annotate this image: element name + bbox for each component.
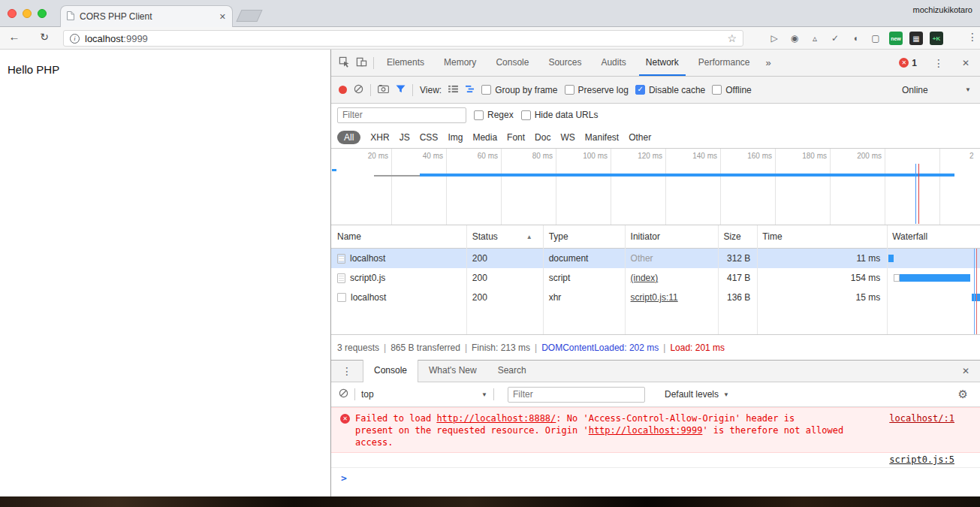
offline-checkbox[interactable]: Offline [712, 85, 751, 95]
clear-network-log-icon[interactable] [354, 84, 363, 96]
device-toolbar-icon[interactable] [356, 56, 367, 70]
timeline-tick: 40 ms [423, 152, 443, 160]
shortcut-extension-icon[interactable]: +K [930, 32, 943, 45]
site-info-icon[interactable]: i [70, 34, 80, 44]
tab-search[interactable]: Search [487, 360, 537, 382]
column-header-waterfall[interactable]: Waterfall [886, 225, 980, 248]
filter-media[interactable]: Media [472, 132, 497, 143]
filter-img[interactable]: Img [448, 132, 463, 143]
filter-other[interactable]: Other [629, 132, 651, 143]
console-toolbar: top ▼ Default levels ▼ ⚙ [331, 382, 980, 407]
console-log-row: script0.js:5 [331, 453, 980, 468]
tab-console[interactable]: Console [489, 50, 535, 76]
refresh-icon[interactable]: ↻ [36, 31, 53, 43]
chevron-down-icon: ▼ [723, 391, 729, 398]
tab-audits[interactable]: Audits [594, 50, 632, 76]
network-filter-input[interactable] [337, 107, 466, 123]
table-row[interactable]: script0.js 200 script (index) 417 B 154 … [331, 268, 980, 288]
filter-font[interactable]: Font [507, 132, 525, 143]
group-by-frame-checkbox[interactable]: Group by frame [481, 85, 557, 95]
request-size: 417 B [717, 268, 756, 288]
filter-xhr[interactable]: XHR [370, 132, 389, 143]
close-window-button[interactable] [8, 9, 17, 18]
initiator-link[interactable]: (index) [631, 273, 659, 283]
hide-data-urls-checkbox[interactable]: Hide data URLs [521, 110, 599, 120]
regex-checkbox[interactable]: Regex [474, 110, 514, 120]
qr-extension-icon[interactable]: ▦ [909, 32, 923, 45]
browser-tab[interactable]: CORS PHP Client ✕ [60, 5, 233, 27]
url-bar[interactable]: i localhost :9999 ☆ [63, 30, 743, 47]
minimize-window-button[interactable] [23, 9, 32, 18]
column-header-initiator[interactable]: Initiator [625, 225, 718, 248]
column-header-name[interactable]: Name [331, 225, 466, 248]
drawer-menu-icon[interactable]: ⋮ [331, 365, 363, 377]
tab-close-icon[interactable]: ✕ [219, 12, 226, 22]
zoom-window-button[interactable] [38, 9, 47, 18]
devtools-close-icon[interactable]: ✕ [962, 58, 969, 68]
filter-js[interactable]: JS [400, 132, 410, 143]
load-time: Load: 201 ms [670, 343, 725, 353]
tab-title: CORS PHP Client [80, 11, 219, 22]
column-header-size[interactable]: Size [717, 225, 756, 248]
initiator-link[interactable]: script0.js:11 [631, 292, 678, 303]
log-source-link[interactable]: script0.js:5 [889, 454, 954, 465]
log-levels-select[interactable]: Default levels ▼ [665, 389, 729, 400]
browser-menu-icon[interactable]: ⋮ [964, 31, 980, 43]
console-prompt[interactable]: > [331, 468, 980, 496]
play-extension-icon[interactable]: ▷ [767, 32, 781, 45]
request-type: xhr [543, 288, 625, 307]
tab-whats-new[interactable]: What's New [418, 360, 487, 382]
column-header-time[interactable]: Time [756, 225, 886, 248]
triangle-extension-icon[interactable]: ▵ [808, 32, 822, 45]
capture-screenshots-icon[interactable] [378, 85, 389, 95]
devtools-menu-icon[interactable]: ⋮ [933, 57, 944, 69]
network-filter-row: Regex Hide data URLs [331, 104, 980, 126]
clear-console-icon[interactable] [339, 388, 348, 400]
tab-elements[interactable]: Elements [380, 50, 431, 76]
column-header-status[interactable]: Status▲ [466, 225, 543, 248]
tab-memory[interactable]: Memory [437, 50, 483, 76]
filter-funnel-icon[interactable] [396, 85, 406, 95]
network-overview-timeline[interactable]: 20 ms 40 ms 60 ms 80 ms 100 ms 120 ms 14… [331, 149, 980, 225]
error-url-link[interactable]: http://localhost:8888/ [436, 413, 556, 424]
group-by-frame-label: Group by frame [495, 85, 557, 95]
shield-check-extension-icon[interactable]: ✓ [828, 32, 842, 45]
timeline-view-icon[interactable] [465, 85, 475, 95]
console-filter-input[interactable] [508, 387, 645, 403]
filter-ws[interactable]: WS [560, 132, 574, 143]
new-tab-button[interactable] [236, 10, 262, 22]
error-url-link[interactable]: http://localhost:9999 [589, 425, 703, 436]
preserve-log-checkbox[interactable]: Preserve log [565, 85, 629, 95]
new-badge-extension-icon[interactable]: new [889, 32, 903, 45]
table-row[interactable]: localhost 200 document Other 312 B 11 ms [331, 249, 980, 268]
error-count-badge[interactable]: ✕ 1 [899, 58, 917, 68]
filter-css[interactable]: CSS [420, 132, 439, 143]
bookmark-star-icon[interactable]: ☆ [727, 32, 737, 44]
more-tabs-icon[interactable]: » [763, 57, 774, 68]
tab-network[interactable]: Network [639, 50, 686, 76]
timeline-tick: 60 ms [478, 152, 498, 160]
request-size: 312 B [717, 249, 756, 268]
box-extension-icon[interactable]: ▢ [869, 32, 882, 45]
filter-doc[interactable]: Doc [535, 132, 550, 143]
filter-manifest[interactable]: Manifest [585, 132, 619, 143]
table-row[interactable]: localhost 200 xhr script0.js:11 136 B 15… [331, 288, 980, 307]
chat-extension-icon[interactable]: ◖ [849, 32, 862, 45]
inspect-element-icon[interactable] [339, 56, 350, 70]
record-extension-icon[interactable]: ◉ [788, 32, 801, 45]
filter-all[interactable]: All [337, 131, 360, 144]
tab-performance[interactable]: Performance [692, 50, 757, 76]
tab-sources[interactable]: Sources [541, 50, 588, 76]
console-settings-gear-icon[interactable]: ⚙ [958, 388, 972, 401]
execution-context-select[interactable]: top ▼ [361, 389, 487, 400]
close-drawer-icon[interactable]: ✕ [962, 366, 980, 376]
list-view-icon[interactable] [448, 85, 458, 95]
page-heading: Hello PHP [0, 50, 330, 76]
tab-console-drawer[interactable]: Console [363, 360, 418, 383]
column-header-type[interactable]: Type [543, 225, 625, 248]
record-network-log-button[interactable] [339, 86, 347, 94]
throttling-select[interactable]: Online ▼ [902, 85, 971, 95]
disable-cache-checkbox[interactable]: Disable cache [635, 85, 705, 95]
back-icon[interactable]: ← [6, 30, 23, 43]
error-source-link[interactable]: localhost/:1 [889, 413, 954, 424]
